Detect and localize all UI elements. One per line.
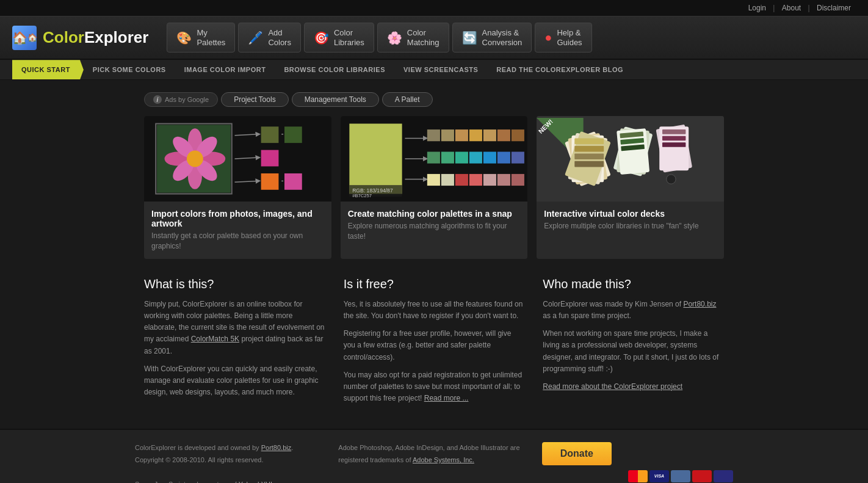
payment-icon-4	[692, 470, 712, 482]
footer-col-3: Donate VISA	[542, 442, 733, 482]
svg-rect-45	[455, 174, 468, 186]
svg-rect-33	[483, 129, 496, 141]
is-it-free-p1: Yes, it is absolutely free to use all th…	[344, 299, 525, 322]
library-icon: 🎯	[314, 31, 329, 45]
colormatch-link[interactable]: ColorMatch 5K	[191, 335, 239, 343]
feature-card-decks: NEW!	[537, 116, 724, 259]
footer-js-courtesy: Some JavaScript code courtesy of	[135, 481, 237, 483]
footer-inner: ColorExplorer is developed and owned by …	[135, 442, 733, 483]
ads-badge[interactable]: i Ads by Google	[144, 92, 218, 107]
header: 🏠 ColorExplorer 🎨 MyPalettes 🖊️ AddColor…	[0, 16, 868, 60]
read-more-project-link[interactable]: Read more about the ColorExplorer projec…	[543, 382, 682, 391]
svg-rect-31	[455, 129, 468, 141]
nav-add-colors-label: AddColors	[268, 28, 291, 47]
logo-rest-part: Explorer	[84, 28, 149, 46]
logo-color-part: Color	[43, 28, 84, 46]
svg-rect-29	[427, 129, 439, 141]
sec-nav-pick-colors[interactable]: PICK SOME COLORS	[84, 60, 175, 79]
footer-port80-link[interactable]: Port80.biz	[261, 444, 292, 451]
card-img-image-import	[144, 116, 331, 202]
card-img-matching: RGB: 183/194/87 #B7C257	[341, 116, 528, 202]
a-pallet-tab[interactable]: A Pallet	[382, 92, 433, 107]
sec-nav-image-color-import[interactable]: IMAGE COLOR IMPORT	[175, 60, 275, 79]
info-who-made-this: Who made this? ColorExplorer was made by…	[543, 277, 724, 411]
svg-rect-38	[455, 152, 468, 164]
sec-nav-read-blog[interactable]: READ THE COLOREXPLORER BLOG	[487, 60, 632, 79]
svg-rect-58	[575, 146, 604, 152]
image-import-graphic	[144, 116, 331, 202]
svg-rect-71	[662, 142, 685, 147]
card-desc-matching: Explore numerous matching algorithms to …	[348, 221, 521, 242]
svg-rect-15	[284, 126, 302, 143]
nav-color-libraries-label: ColorLibraries	[334, 28, 364, 47]
svg-rect-39	[469, 152, 482, 164]
who-made-this-p2: When not working on spare time projects,…	[543, 328, 724, 375]
donate-button[interactable]: Donate	[542, 442, 612, 465]
footer-developed-by: ColorExplorer is developed and owned by	[135, 444, 259, 451]
footer-col-2: Adobe Photoshop, Adobe InDesign, and Ado…	[338, 442, 529, 467]
svg-text:#B7C257: #B7C257	[352, 193, 372, 198]
top-bar: Login | About | Disclaimer	[0, 0, 868, 16]
svg-rect-70	[662, 136, 685, 141]
read-more-link[interactable]: Read more ...	[424, 394, 469, 402]
svg-rect-36	[427, 152, 439, 164]
svg-rect-57	[575, 139, 604, 145]
add-icon: 🖊️	[248, 31, 263, 45]
card-title-decks: Interactive virtual color decks	[544, 209, 717, 219]
logo-icon: 🏠	[12, 26, 37, 50]
logo[interactable]: 🏠 ColorExplorer	[12, 26, 148, 50]
feature-card-matching: RGB: 183/194/87 #B7C257	[341, 116, 528, 259]
disclaimer-link[interactable]: Disclaimer	[817, 4, 851, 12]
footer: ColorExplorer is developed and owned by …	[0, 429, 868, 483]
login-link[interactable]: Login	[748, 4, 766, 12]
footer-copyright: Copyright © 2008-2010. All rights reserv…	[135, 456, 264, 463]
card-desc-decks: Explore multiple color libraries in true…	[544, 221, 717, 231]
feature-card-image-import: Import colors from photos, images, and a…	[144, 116, 331, 259]
svg-rect-40	[483, 152, 496, 164]
svg-rect-44	[441, 174, 454, 186]
feature-cards: Import colors from photos, images, and a…	[144, 116, 724, 259]
svg-rect-42	[511, 152, 524, 164]
svg-rect-13	[261, 150, 279, 167]
svg-rect-59	[575, 154, 604, 160]
management-tools-tab[interactable]: Management Tools	[292, 92, 379, 107]
is-it-free-p3: You may also opt for a paid registration…	[344, 369, 525, 405]
svg-rect-22	[349, 124, 402, 194]
info-sections: What is this? Simply put, ColorExplorer …	[144, 277, 724, 411]
svg-point-11	[187, 151, 203, 167]
is-it-free-p2: Registering for a free user profile, how…	[344, 328, 525, 363]
help-icon: ●	[544, 31, 552, 45]
svg-rect-37	[441, 152, 454, 164]
ad-bar: i Ads by Google Project Tools Management…	[144, 92, 724, 107]
main-nav: 🎨 MyPalettes 🖊️ AddColors 🎯 ColorLibrari…	[167, 23, 856, 53]
svg-rect-30	[441, 129, 454, 141]
info-what-is-this: What is this? Simply put, ColorExplorer …	[144, 277, 325, 411]
nav-color-matching[interactable]: 🌸 ColorMatching	[377, 23, 449, 53]
svg-text:RGB: 183/194/87: RGB: 183/194/87	[352, 187, 393, 194]
project-tools-tab[interactable]: Project Tools	[221, 92, 288, 107]
card-desc-image-import: Instantly get a color palette based on y…	[151, 231, 324, 252]
nav-help-guides[interactable]: ● Help &Guides	[535, 23, 591, 53]
nav-analysis-conversion[interactable]: 🔄 Analysis &Conversion	[452, 23, 532, 53]
ads-label: Ads by Google	[165, 96, 209, 103]
sec-nav-view-screencasts[interactable]: VIEW SCREENCASTS	[394, 60, 487, 79]
svg-rect-47	[483, 174, 496, 186]
nav-color-libraries[interactable]: 🎯 ColorLibraries	[304, 23, 374, 53]
is-it-free-heading: Is it free?	[344, 277, 525, 291]
payment-icon-5	[714, 470, 733, 482]
about-link[interactable]: About	[782, 4, 801, 12]
footer-yui-link[interactable]: Yahoo! YUI	[239, 481, 272, 483]
palette-icon: 🎨	[176, 31, 192, 45]
info-is-it-free: Is it free? Yes, it is absolutely free t…	[344, 277, 525, 411]
sec-nav-quick-start[interactable]: QUICK START	[12, 60, 84, 79]
svg-rect-43	[427, 174, 439, 186]
footer-adobe-link[interactable]: Adobe Systems, Inc.	[413, 456, 474, 463]
port80-link[interactable]: Port80.biz	[683, 300, 716, 308]
nav-add-colors[interactable]: 🖊️ AddColors	[238, 23, 301, 53]
nav-my-palettes[interactable]: 🎨 MyPalettes	[167, 23, 235, 53]
sep1: |	[773, 4, 775, 12]
sec-nav-browse-color-libraries[interactable]: BROWSE COLOR LIBRARIES	[275, 60, 394, 79]
svg-rect-14	[261, 173, 279, 190]
mastercard-icon	[628, 470, 648, 482]
nav-color-matching-label: ColorMatching	[407, 28, 439, 47]
